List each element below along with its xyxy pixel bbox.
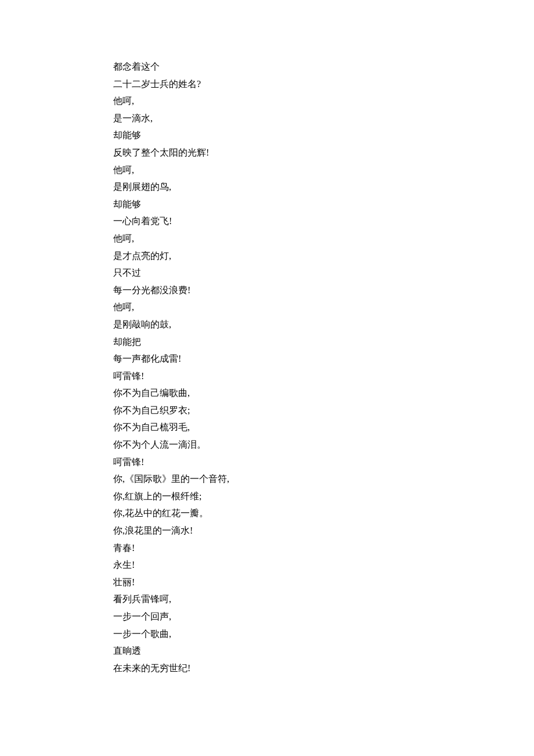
poem-line: 永生! [113, 556, 534, 574]
poem-line: 你,花丛中的红花一瓣。 [113, 505, 534, 522]
poem-line: 一心向着党飞! [113, 213, 534, 230]
poem-line: 直晌透 [113, 642, 534, 660]
poem-line: 他呵, [113, 161, 534, 179]
poem-line: 却能够 [113, 196, 534, 213]
poem-line: 看列兵雷锋呵, [113, 591, 534, 608]
poem-line: 是刚敲响的鼓, [113, 316, 534, 333]
poem-line: 你,浪花里的一滴水! [113, 522, 534, 539]
poem-line: 青春! [113, 539, 534, 557]
poem-line: 每一分光都没浪费! [113, 282, 534, 299]
poem-line: 呵雷锋! [113, 453, 534, 471]
poem-line: 一步一个回声, [113, 608, 534, 625]
poem-line: 却能把 [113, 333, 534, 351]
poem-line: 是刚展翅的鸟, [113, 178, 534, 196]
poem-line: 是才点亮的灯, [113, 247, 534, 265]
poem-line: 你不为自己梳羽毛, [113, 419, 534, 436]
poem-line: 反映了整个太阳的光辉! [113, 144, 534, 161]
poem-line: 每一声都化成雷! [113, 350, 534, 368]
poem-line: 壮丽! [113, 574, 534, 591]
poem-line: 他呵, [113, 230, 534, 247]
poem-line: 他呵, [113, 298, 534, 316]
poem-line: 他呵, [113, 92, 534, 110]
document-page: 都念着这个 二十二岁士兵的姓名? 他呵, 是一滴水, 却能够 反映了整个太阳的光… [0, 0, 534, 756]
poem-line: 却能够 [113, 127, 534, 144]
poem-line: 你,《国际歌》里的一个音符, [113, 470, 534, 488]
poem-line: 你不为自己织罗衣; [113, 402, 534, 419]
poem-line: 是一滴水, [113, 110, 534, 127]
poem-line: 在未来的无穷世纪! [113, 660, 534, 677]
poem-line: 二十二岁士兵的姓名? [113, 75, 534, 93]
poem-line: 你不为自己编歌曲, [113, 384, 534, 402]
poem-line: 你不为个人流一滴泪。 [113, 436, 534, 453]
poem-line: 一步一个歌曲, [113, 625, 534, 643]
poem-line: 呵雷锋! [113, 368, 534, 385]
poem-line: 你,红旗上的一根纤维; [113, 488, 534, 505]
poem-line: 只不过 [113, 264, 534, 282]
poem-line: 都念着这个 [113, 58, 534, 75]
